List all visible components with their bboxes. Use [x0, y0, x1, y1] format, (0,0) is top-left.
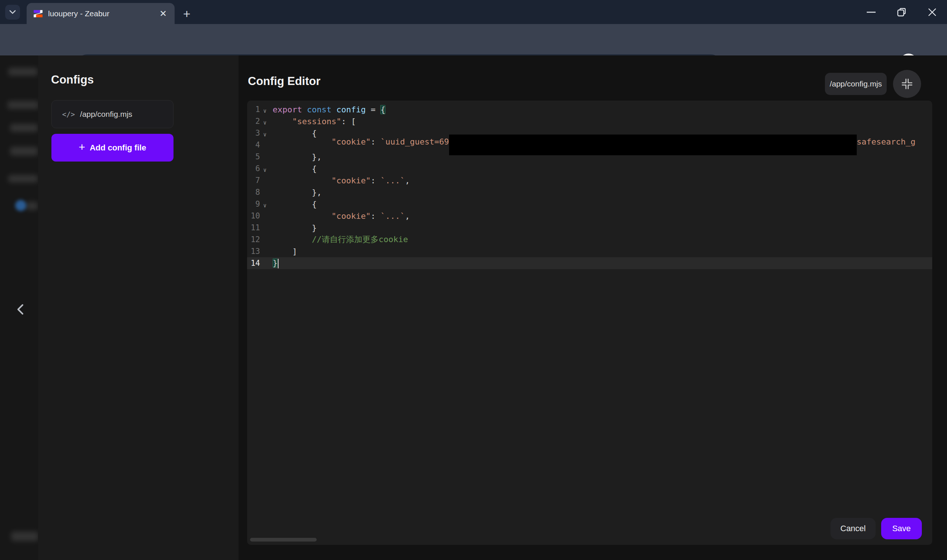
chevron-left-icon [16, 304, 25, 315]
config-file-name: /app/config.mjs [80, 110, 132, 118]
line-number: 11 [247, 223, 260, 232]
code-line-9[interactable]: 9∨ { [247, 198, 932, 210]
line-number: 12 [247, 235, 260, 244]
browser-titlebar: luoupery - Zeabur ✕ + [0, 0, 947, 24]
tab-title: luoupery - Zeabur [48, 9, 110, 18]
code-line-7[interactable]: 7 "cookie": `...`, [247, 174, 932, 186]
code-editor[interactable]: 1∨export const config = {2∨ "sessions": … [247, 100, 932, 545]
config-file-item[interactable]: </> /app/config.mjs [51, 100, 173, 128]
sidebar-item-redacted[interactable] [10, 147, 38, 155]
zeabur-favicon [33, 9, 43, 18]
tab-close-icon[interactable]: ✕ [157, 8, 169, 19]
horizontal-scrollbar[interactable] [250, 538, 317, 542]
add-config-file-button[interactable]: + Add config file [51, 134, 173, 162]
fold-chevron-icon[interactable]: ∨ [260, 202, 270, 209]
sidebar-collapse-button[interactable] [16, 304, 25, 315]
configs-panel: Configs </> /app/config.mjs + Add config… [38, 55, 239, 560]
code-file-icon: </> [62, 110, 75, 118]
line-number: 10 [247, 211, 260, 220]
editor-file-badge: /app/config.mjs [825, 73, 887, 95]
line-number: 14 [247, 259, 260, 268]
code-text: { [273, 200, 317, 209]
cancel-button[interactable]: Cancel [830, 518, 876, 539]
line-number: 7 [247, 176, 260, 185]
fold-chevron-icon[interactable]: ∨ [260, 108, 270, 114]
code-text: }, [273, 152, 321, 162]
sidebar-item-redacted[interactable] [8, 101, 39, 109]
fold-chevron-icon[interactable]: ∨ [260, 119, 270, 126]
configs-panel-title: Configs [51, 73, 94, 86]
code-line-11[interactable]: 11 } [247, 222, 932, 234]
fold-chevron-icon[interactable]: ∨ [260, 131, 270, 138]
line-number: 13 [247, 247, 260, 256]
line-number: 1 [247, 105, 260, 114]
chevron-down-icon [9, 10, 16, 14]
contract-arrows-icon [901, 78, 913, 90]
code-text: } [273, 258, 279, 268]
sidebar-item-redacted[interactable] [8, 68, 38, 76]
minimize-icon [867, 11, 876, 13]
service-status-dot [15, 200, 26, 211]
browser-tab[interactable]: luoupery - Zeabur ✕ [27, 3, 174, 24]
sidebar-item-redacted[interactable] [26, 202, 38, 210]
line-number: 5 [247, 152, 260, 161]
code-line-6[interactable]: 6∨ { [247, 163, 932, 174]
code-line-4[interactable]: 4 "cookie": `uuid_guest=69safesearch_g [247, 139, 932, 151]
config-editor-section: Config Editor /app/config.mjs 1∨export c… [239, 55, 947, 560]
code-line-8[interactable]: 8 }, [247, 186, 932, 198]
editor-contract-button[interactable] [893, 70, 921, 98]
plus-icon: + [79, 141, 85, 154]
code-text: { [273, 164, 317, 173]
add-config-file-label: Add config file [89, 143, 146, 153]
code-text: "cookie": `...`, [273, 211, 410, 221]
code-text: } [273, 223, 317, 232]
browser-toolbar: zeabur.com/projects/67e69330f4d95a5bf2de… [0, 24, 947, 55]
save-button[interactable]: Save [881, 518, 922, 539]
code-line-1[interactable]: 1∨export const config = { [247, 103, 932, 115]
sidebar-item-redacted[interactable] [10, 124, 38, 132]
code-text: ] [273, 247, 297, 256]
code-line-14[interactable]: 14} [247, 257, 932, 269]
code-line-12[interactable]: 12 //请自行添加更多cookie [247, 234, 932, 245]
close-icon [928, 8, 936, 16]
line-number: 2 [247, 117, 260, 126]
line-number: 8 [247, 188, 260, 197]
config-editor-title: Config Editor [248, 75, 320, 88]
new-tab-button[interactable]: + [180, 7, 194, 21]
line-number: 3 [247, 129, 260, 137]
text-cursor [278, 259, 279, 268]
window-minimize-button[interactable] [856, 0, 886, 24]
code-line-5[interactable]: 5 }, [247, 151, 932, 163]
service-sidebar [0, 55, 38, 560]
code-line-10[interactable]: 10 "cookie": `...`, [247, 210, 932, 222]
code-text: "cookie": `...`, [273, 176, 410, 185]
code-line-13[interactable]: 13 ] [247, 245, 932, 257]
window-close-button[interactable] [918, 0, 947, 24]
code-text: //请自行添加更多cookie [273, 234, 408, 245]
window-restore-button[interactable] [887, 0, 916, 24]
code-text: }, [273, 188, 321, 197]
tab-search-button[interactable] [5, 5, 20, 20]
code-text: export const config = { [273, 105, 386, 114]
sidebar-item-redacted[interactable] [11, 532, 39, 541]
code-text: "sessions": [ [273, 117, 356, 126]
fold-chevron-icon[interactable]: ∨ [260, 167, 270, 173]
sidebar-item-redacted[interactable] [8, 175, 38, 183]
line-number: 9 [247, 200, 260, 208]
restore-icon [897, 8, 906, 17]
code-line-2[interactable]: 2∨ "sessions": [ [247, 115, 932, 127]
line-number: 4 [247, 140, 260, 149]
line-number: 6 [247, 164, 260, 173]
